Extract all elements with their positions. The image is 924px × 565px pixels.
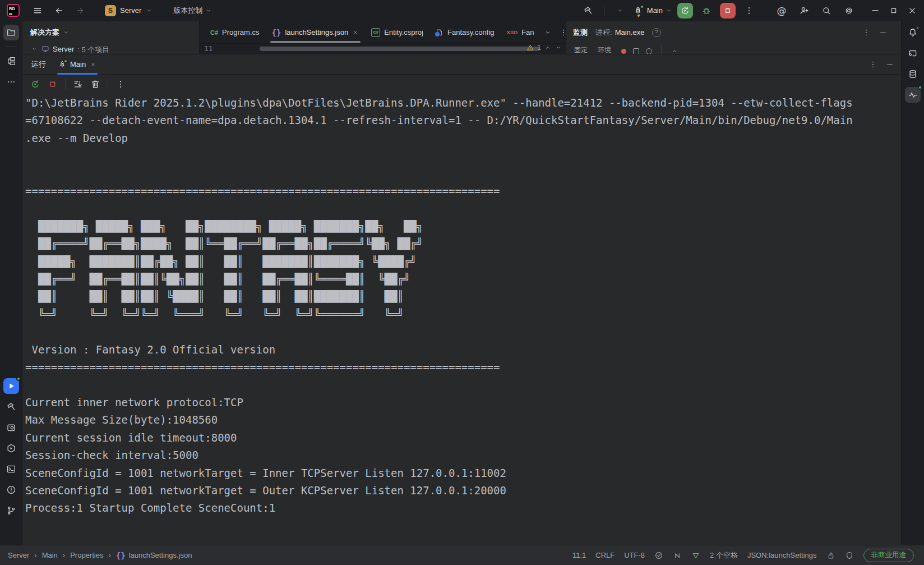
run-config-selector[interactable]: Main bbox=[647, 6, 673, 15]
rider-logo: RD bbox=[7, 4, 20, 17]
frame-icon[interactable] bbox=[633, 48, 639, 54]
hide-panel-icon[interactable] bbox=[885, 60, 894, 69]
inspections-mode-icon[interactable] bbox=[673, 551, 682, 560]
solution-item-name: Server bbox=[53, 45, 74, 53]
forward-button[interactable] bbox=[71, 2, 89, 19]
rerun-button[interactable] bbox=[28, 77, 43, 91]
tab-launchsettings-json[interactable]: {} launchSettings.json bbox=[266, 21, 366, 43]
lock-open-icon[interactable] bbox=[826, 551, 835, 560]
console-options-button[interactable] bbox=[113, 77, 128, 91]
rerun-button[interactable] bbox=[677, 3, 693, 19]
kebab-menu-icon[interactable] bbox=[868, 60, 877, 69]
tool-problems[interactable] bbox=[3, 482, 19, 498]
close-tab-icon[interactable] bbox=[352, 29, 359, 36]
tab-program-cs[interactable]: C# Program.cs bbox=[204, 21, 266, 43]
chevron-down-icon[interactable] bbox=[62, 29, 70, 36]
console-output[interactable]: "D:\JetBrains Rider 2025.1.2\plugins\dpa… bbox=[22, 94, 901, 545]
maximize-button[interactable] bbox=[889, 6, 898, 15]
close-button[interactable] bbox=[907, 6, 917, 16]
more-actions-button[interactable] bbox=[740, 2, 758, 19]
debug-button[interactable] bbox=[697, 2, 715, 19]
running-status-dot bbox=[918, 85, 922, 90]
shield-icon[interactable] bbox=[845, 551, 854, 560]
tool-git[interactable] bbox=[3, 503, 19, 518]
structure-icon bbox=[6, 56, 16, 66]
license-badge[interactable]: 非商业用途 bbox=[863, 549, 914, 562]
triangle-down-icon[interactable] bbox=[691, 551, 700, 560]
terminal-icon bbox=[6, 464, 16, 474]
maximize-icon bbox=[889, 6, 898, 15]
at-spiral-icon: @ bbox=[777, 5, 787, 16]
clock-icon[interactable] bbox=[646, 48, 652, 54]
encoding-widget[interactable]: UTF-8 bbox=[624, 551, 645, 559]
next-problem-icon[interactable] bbox=[555, 44, 562, 52]
line-ending-widget[interactable]: CRLF bbox=[595, 551, 615, 559]
settings-button[interactable] bbox=[840, 2, 858, 19]
tool-solution-explorer[interactable] bbox=[3, 25, 19, 40]
arrow-left-icon bbox=[54, 6, 64, 16]
tool-monitoring[interactable] bbox=[905, 87, 921, 103]
run-config-dropdown-button[interactable] bbox=[611, 2, 629, 19]
tool-services[interactable] bbox=[3, 420, 19, 435]
breadcrumb-file[interactable]: {} launchSettings.json bbox=[116, 551, 192, 560]
code-with-me-button[interactable] bbox=[795, 2, 813, 19]
tool-notifications[interactable] bbox=[905, 25, 921, 40]
help-icon[interactable]: ? bbox=[652, 28, 661, 37]
tab-entity-csproj[interactable]: C# Entity.csproj bbox=[365, 21, 429, 43]
tool-structure[interactable] bbox=[3, 53, 19, 69]
tool-database[interactable] bbox=[905, 66, 921, 82]
checkmark-icon[interactable] bbox=[654, 551, 663, 560]
tool-unit-tests[interactable] bbox=[3, 440, 19, 456]
status-bar: Server › Main › Properties › {} launchSe… bbox=[0, 545, 924, 565]
caret-position-widget[interactable]: 11:1 bbox=[572, 551, 586, 559]
breadcrumb-main[interactable]: Main bbox=[42, 551, 58, 559]
run-tab-main[interactable]: Main bbox=[57, 54, 98, 75]
ai-assistant-button[interactable]: @ bbox=[773, 2, 791, 19]
tab-fantasy-config[interactable]: Fantasy.config bbox=[429, 21, 501, 43]
clear-console-button[interactable] bbox=[88, 77, 103, 91]
search-everywhere-button[interactable] bbox=[817, 2, 835, 19]
record-icon[interactable] bbox=[621, 49, 626, 54]
monitor-subtab-env[interactable]: 环境 bbox=[598, 45, 611, 54]
breadcrumb-properties[interactable]: Properties bbox=[70, 551, 103, 559]
stop-button[interactable] bbox=[720, 3, 736, 19]
scroll-to-end-button[interactable] bbox=[71, 77, 85, 91]
project-widget[interactable]: S Server bbox=[100, 3, 158, 18]
stop-icon bbox=[723, 6, 732, 15]
indent-widget[interactable]: 2 个空格 bbox=[710, 550, 738, 561]
vcs-widget[interactable]: 版本控制 bbox=[173, 6, 212, 16]
tool-build[interactable] bbox=[3, 399, 19, 415]
solution-tree-item-server[interactable]: Server : 5 个项目 bbox=[22, 43, 199, 54]
monitor-subtab-pin[interactable]: 固定 bbox=[574, 45, 588, 54]
hamburger-icon bbox=[33, 6, 43, 16]
tool-remote-control[interactable] bbox=[905, 45, 921, 61]
breadcrumb-server[interactable]: Server bbox=[8, 551, 29, 559]
hide-panel-icon[interactable] bbox=[879, 28, 888, 37]
left-activity-bar bbox=[0, 21, 22, 545]
tool-terminal[interactable] bbox=[3, 461, 19, 477]
minimize-button[interactable] bbox=[870, 6, 880, 16]
build-button[interactable] bbox=[579, 2, 597, 19]
kebab-menu-icon[interactable] bbox=[862, 28, 871, 37]
chevron-up-icon[interactable] bbox=[671, 47, 678, 54]
rocket-flame bbox=[637, 15, 640, 17]
solution-explorer-panel: 解决方案 Server : 5 个项目 bbox=[22, 21, 200, 54]
back-button[interactable] bbox=[50, 2, 68, 19]
solution-panel-title: 解决方案 bbox=[30, 27, 59, 38]
inspections-widget[interactable]: 1 bbox=[526, 44, 562, 52]
close-tab-icon[interactable] bbox=[90, 61, 96, 68]
run-tab-label: Main bbox=[70, 60, 86, 68]
more-tool-windows[interactable] bbox=[3, 74, 19, 90]
hidden-tabs-dropdown[interactable] bbox=[540, 24, 555, 41]
main-menu-button[interactable] bbox=[29, 2, 47, 19]
warning-circle-icon bbox=[6, 485, 16, 495]
tool-run[interactable] bbox=[3, 378, 19, 394]
stop-button[interactable] bbox=[45, 77, 60, 91]
file-type-widget[interactable]: JSON:launchSettings bbox=[747, 551, 817, 559]
horizontal-scrollbar[interactable] bbox=[260, 47, 540, 51]
prev-problem-icon[interactable] bbox=[544, 44, 552, 52]
process-label: 进程: bbox=[595, 27, 612, 38]
tab-xsd[interactable]: XSD Fan bbox=[501, 21, 540, 43]
monitoring-panel-title: 监测 bbox=[573, 27, 588, 38]
json-braces-icon: {} bbox=[116, 551, 126, 560]
